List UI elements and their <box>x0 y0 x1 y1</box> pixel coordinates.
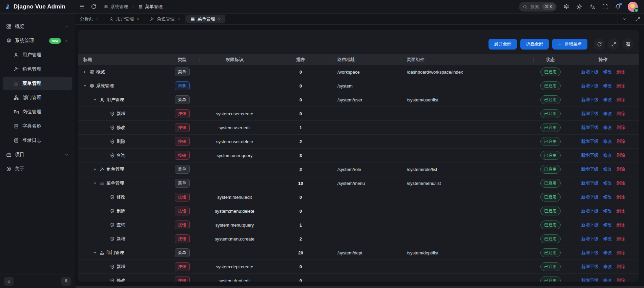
expand-toggle[interactable] <box>93 167 100 172</box>
tab-menus[interactable]: 菜单管理 <box>186 15 225 23</box>
action-edit[interactable]: 修改 <box>603 194 612 200</box>
action-edit[interactable]: 修改 <box>603 152 612 158</box>
expand-toggle[interactable] <box>93 98 100 102</box>
action-delete[interactable]: 删除 <box>616 222 625 228</box>
collapse-all-button[interactable]: 折叠全部 <box>520 39 549 50</box>
settings-button[interactable] <box>563 4 569 10</box>
column-settings-button[interactable] <box>622 38 633 50</box>
tab-maximize-button[interactable] <box>631 14 644 24</box>
action-delete[interactable]: 删除 <box>616 180 625 186</box>
breadcrumb-item-system[interactable]: 系统管理 <box>104 4 128 10</box>
expand-toggle[interactable] <box>93 251 100 255</box>
action-delete[interactable]: 删除 <box>616 152 625 158</box>
action-edit[interactable]: 修改 <box>603 166 612 172</box>
action-edit[interactable]: 修改 <box>603 236 612 242</box>
action-delete[interactable]: 删除 <box>616 166 625 172</box>
action-add-child[interactable]: 新增下级 <box>581 277 599 282</box>
action-add-child[interactable]: 新增下级 <box>581 152 599 158</box>
action-delete[interactable]: 删除 <box>616 277 625 282</box>
action-add-child[interactable]: 新增下级 <box>581 194 599 200</box>
fullscreen-button[interactable] <box>602 4 608 10</box>
brand[interactable]: Djagno Vue Admin <box>0 0 75 13</box>
permission-cell: system:dept:edit <box>200 278 269 282</box>
search-input[interactable]: 搜索 ⌘ K <box>519 2 557 12</box>
action-add-child[interactable]: 新增下级 <box>581 264 599 270</box>
action-delete[interactable]: 删除 <box>616 97 625 103</box>
action-add-child[interactable]: 新增下级 <box>581 222 599 228</box>
sidebar-item-posts[interactable]: Pg岗位管理 <box>3 105 72 119</box>
action-delete[interactable]: 删除 <box>616 208 625 214</box>
language-button[interactable] <box>589 4 595 10</box>
tab-close-icon[interactable] <box>96 17 99 21</box>
action-add-child[interactable]: 新增下级 <box>581 236 599 242</box>
sidebar-collapse-button[interactable]: « <box>4 277 14 286</box>
sidebar-item-departments[interactable]: 部门管理 <box>3 91 72 104</box>
sidebar-item-overview[interactable]: 概览 <box>3 20 72 33</box>
action-edit[interactable]: 修改 <box>603 124 612 131</box>
action-edit[interactable]: 修改 <box>603 83 612 89</box>
tab-close-icon[interactable] <box>177 17 181 21</box>
action-edit[interactable]: 修改 <box>603 138 612 145</box>
expand-all-button[interactable]: 展开全部 <box>489 39 517 50</box>
breadcrumb-item-menu[interactable]: 菜单管理 <box>138 4 163 10</box>
action-edit[interactable]: 修改 <box>603 222 612 228</box>
theme-toggle-button[interactable] <box>576 4 582 10</box>
sidebar-toggle-button[interactable] <box>79 4 85 9</box>
action-add-child[interactable]: 新增下级 <box>581 166 599 172</box>
action-add-child[interactable]: 新增下级 <box>581 97 599 103</box>
action-edit[interactable]: 修改 <box>603 97 612 103</box>
expand-toggle[interactable] <box>93 181 100 186</box>
action-delete[interactable]: 删除 <box>616 236 625 242</box>
action-delete[interactable]: 删除 <box>616 69 625 75</box>
action-add-child[interactable]: 新增下级 <box>581 83 599 89</box>
tab-users[interactable]: 用户管理 <box>104 14 145 24</box>
action-delete[interactable]: 删除 <box>616 250 625 256</box>
horizontal-scrollbar[interactable] <box>76 286 644 288</box>
action-delete[interactable]: 删除 <box>616 264 625 270</box>
expand-toggle[interactable] <box>83 70 89 74</box>
fullscreen-table-button[interactable] <box>608 38 619 50</box>
action-add-child[interactable]: 新增下级 <box>581 111 599 117</box>
action-edit[interactable]: 修改 <box>603 250 612 256</box>
expand-toggle[interactable] <box>83 84 89 88</box>
action-delete[interactable]: 删除 <box>616 194 625 200</box>
sidebar-item-label: 项目 <box>15 152 24 158</box>
shield-check-icon <box>110 278 117 282</box>
action-edit[interactable]: 修改 <box>603 69 612 75</box>
action-edit[interactable]: 修改 <box>603 277 612 282</box>
sidebar-item-roles[interactable]: 角色管理 <box>3 62 72 76</box>
sidebar-item-login-logs[interactable]: 登录日志 <box>3 134 72 147</box>
action-edit[interactable]: 修改 <box>603 208 612 214</box>
avatar[interactable] <box>628 2 638 12</box>
tab-close-icon[interactable] <box>136 17 140 21</box>
action-delete[interactable]: 删除 <box>616 111 625 117</box>
action-add-child[interactable]: 新增下级 <box>581 69 599 75</box>
action-edit[interactable]: 修改 <box>603 111 612 117</box>
action-delete[interactable]: 删除 <box>616 138 625 145</box>
page-refresh-button[interactable] <box>91 4 97 9</box>
sidebar-item-menus[interactable]: 菜单管理 <box>3 77 72 90</box>
tab-roles[interactable]: 角色管理 <box>145 14 186 24</box>
action-add-child[interactable]: 新增下级 <box>581 250 599 256</box>
tab-analysis[interactable]: 分析页 <box>75 14 104 24</box>
sidebar-pin-button[interactable] <box>61 277 71 286</box>
notifications-button[interactable] <box>615 4 621 10</box>
sidebar-item-system[interactable]: 系统管理new <box>3 34 72 47</box>
refresh-button[interactable] <box>594 38 605 50</box>
sidebar-item-project[interactable]: 项目 <box>3 148 72 161</box>
tab-close-icon[interactable] <box>217 17 221 21</box>
sidebar-item-users[interactable]: 用户管理 <box>3 48 72 62</box>
action-delete[interactable]: 删除 <box>616 83 625 89</box>
action-add-child[interactable]: 新增下级 <box>581 180 599 186</box>
action-edit[interactable]: 修改 <box>603 180 612 186</box>
action-delete[interactable]: 删除 <box>616 124 625 131</box>
type-cell: 按钮 <box>164 276 200 282</box>
action-add-child[interactable]: 新增下级 <box>581 124 599 131</box>
action-add-child[interactable]: 新增下级 <box>581 208 599 214</box>
sidebar-item-dictionary[interactable]: 字典名称 <box>3 119 72 133</box>
add-menu-button[interactable]: 新增菜单 <box>552 39 587 50</box>
action-add-child[interactable]: 新增下级 <box>581 138 599 145</box>
sidebar-item-about[interactable]: 关于 <box>3 162 72 176</box>
tab-list-dropdown-button[interactable] <box>618 14 631 24</box>
action-edit[interactable]: 修改 <box>603 264 612 270</box>
